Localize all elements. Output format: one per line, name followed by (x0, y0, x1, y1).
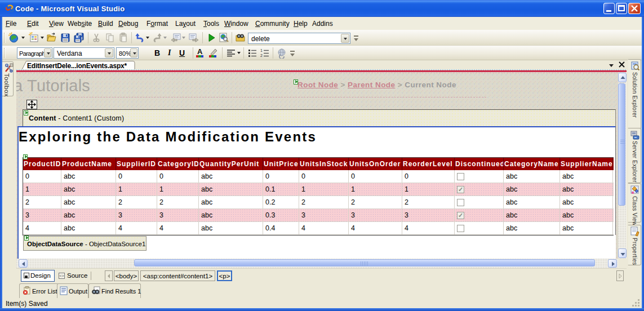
svg-text:2: 2 (260, 54, 263, 57)
svg-text:1: 1 (260, 48, 263, 52)
